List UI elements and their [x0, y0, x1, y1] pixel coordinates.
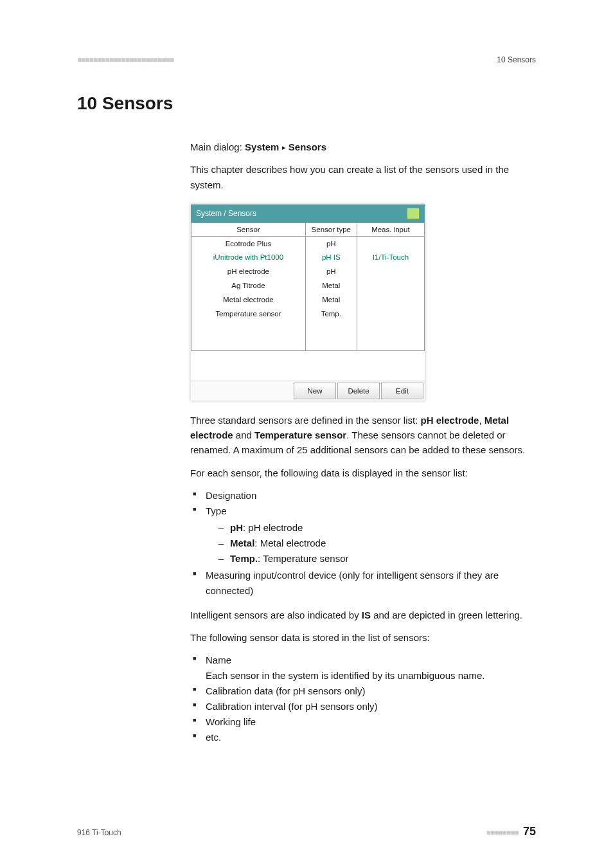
- list-item: Temp.: Temperature sensor: [218, 551, 536, 566]
- table-row[interactable]: Temperature sensorTemp.: [191, 307, 425, 321]
- list-item: Working life: [190, 714, 536, 730]
- footer-page-number: 75: [523, 825, 536, 838]
- dialog-title: System / Sensors: [196, 209, 256, 218]
- standard-sensors-paragraph: Three standard sensors are defined in th…: [190, 413, 536, 458]
- table-row[interactable]: iUnitrode with Pt1000pH ISI1/Ti-Touch: [191, 250, 425, 264]
- sensor-list-fields: Designation Type pH: pH electrode Metal:…: [190, 488, 536, 599]
- breadcrumb-prefix: Main dialog:: [190, 141, 245, 152]
- footer-bars-icon: ■■■■■■■■: [486, 828, 519, 837]
- table-row[interactable]: Ag TitrodeMetal: [191, 278, 425, 293]
- list-item: etc.: [190, 730, 536, 745]
- list-item: Measuring input/control device (only for…: [190, 568, 536, 599]
- cell-sensor-type: Metal: [305, 278, 357, 293]
- cell-sensor-type: Metal: [305, 293, 357, 307]
- breadcrumb-separator-icon: ▸: [282, 143, 286, 151]
- list2-intro: The following sensor data is stored in t…: [190, 630, 536, 645]
- footer-page: ■■■■■■■■ 75: [486, 825, 536, 838]
- cell-sensor-type: pH IS: [305, 250, 357, 264]
- dialog-titlebar: System / Sensors: [191, 204, 425, 222]
- col-sensor-type-header[interactable]: Sensor type: [305, 222, 357, 236]
- cell-meas-input: [357, 278, 424, 293]
- page-title: 10 Sensors: [77, 93, 536, 114]
- cell-sensor-type: Temp.: [305, 307, 357, 321]
- sensor-stored-data-list: Name Each sensor in the system is identi…: [190, 653, 536, 745]
- list-item: Calibration data (for pH sensors only): [190, 683, 536, 699]
- delete-button[interactable]: Delete: [337, 383, 380, 399]
- list-item: Metal: Metal electrode: [218, 536, 536, 551]
- col-meas-input-header[interactable]: Meas. input: [357, 222, 424, 236]
- table-row[interactable]: Ecotrode PluspH: [191, 236, 425, 250]
- list1-intro: For each sensor, the following data is d…: [190, 466, 536, 480]
- col-sensor-header[interactable]: Sensor: [191, 222, 306, 236]
- intelligent-sensors-paragraph: Intelligent sensors are also indicated b…: [190, 608, 536, 622]
- cell-sensor: Ag Titrode: [191, 278, 306, 293]
- breadcrumb-sensors: Sensors: [289, 141, 326, 152]
- cell-sensor: Temperature sensor: [191, 307, 306, 321]
- sensors-table: Sensor Sensor type Meas. input Ecotrode …: [191, 222, 425, 351]
- sensors-dialog-screenshot: System / Sensors Sensor Sensor type Meas…: [190, 204, 425, 401]
- edit-button[interactable]: Edit: [381, 383, 423, 399]
- list-item: Type pH: pH electrode Metal: Metal elect…: [190, 503, 536, 566]
- cell-sensor-type: pH: [305, 236, 357, 250]
- list-item: Designation: [190, 488, 536, 503]
- cell-meas-input: I1/Ti-Touch: [357, 250, 424, 264]
- list-item: Name Each sensor in the system is identi…: [190, 653, 536, 683]
- cell-sensor: Metal electrode: [191, 293, 306, 307]
- intro-paragraph: This chapter describes how you can creat…: [190, 162, 536, 192]
- cell-meas-input: [357, 307, 424, 321]
- cell-meas-input: [357, 236, 424, 250]
- list-item: Calibration interval (for pH sensors onl…: [190, 699, 536, 714]
- table-row[interactable]: pH electrodepH: [191, 264, 425, 278]
- header-marker: ■■■■■■■■■■■■■■■■■■■■■■■■: [77, 55, 173, 64]
- breadcrumb-system: System: [245, 141, 279, 152]
- cell-sensor: iUnitrode with Pt1000: [191, 250, 306, 264]
- cell-meas-input: [357, 264, 424, 278]
- cell-sensor: Ecotrode Plus: [191, 236, 306, 250]
- breadcrumb: Main dialog: System ▸ Sensors: [190, 140, 536, 154]
- list-item: pH: pH electrode: [218, 520, 536, 536]
- header-chapter-label: 10 Sensors: [497, 55, 536, 64]
- table-row[interactable]: Metal electrodeMetal: [191, 293, 425, 307]
- cell-sensor-type: pH: [305, 264, 357, 278]
- cell-sensor: pH electrode: [191, 264, 306, 278]
- cell-meas-input: [357, 293, 424, 307]
- new-button[interactable]: New: [294, 383, 336, 399]
- home-icon[interactable]: [407, 208, 420, 219]
- footer-product: 916 Ti-Touch: [77, 828, 121, 837]
